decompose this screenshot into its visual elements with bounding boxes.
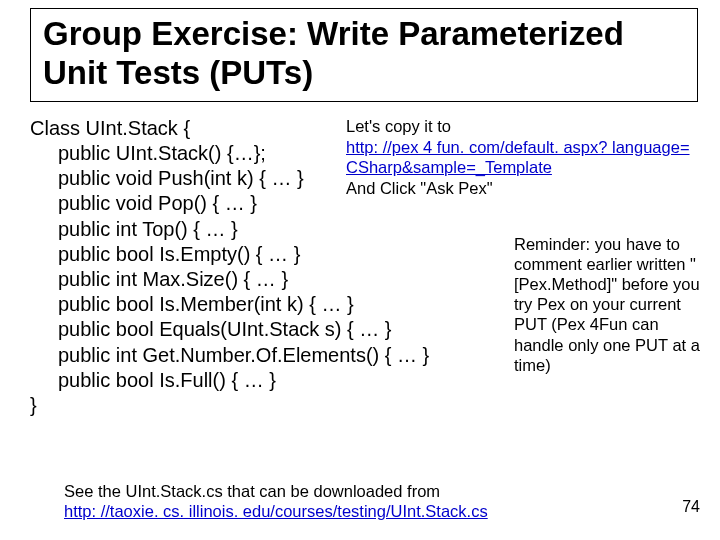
- slide: Group Exercise: Write Parameterized Unit…: [0, 0, 720, 540]
- body-area: Class UInt.Stack { public UInt.Stack() {…: [30, 116, 698, 418]
- reminder-note: Reminder: you have to comment earlier wr…: [514, 234, 710, 375]
- pex-url-link-cont[interactable]: CSharp&sample=_Template: [346, 158, 552, 176]
- code-line: }: [30, 394, 37, 416]
- footer-text: See the UInt.Stack.cs that can be downlo…: [64, 482, 440, 500]
- title-box: Group Exercise: Write Parameterized Unit…: [30, 8, 698, 102]
- pex-url-link[interactable]: http: //pex 4 fun. com/default. aspx? la…: [346, 138, 690, 156]
- instr-text: And Click "Ask Pex": [346, 179, 493, 197]
- slide-title: Group Exercise: Write Parameterized Unit…: [43, 15, 685, 93]
- footer-note: See the UInt.Stack.cs that can be downlo…: [64, 481, 488, 522]
- download-link[interactable]: http: //taoxie. cs. illinois. edu/course…: [64, 502, 488, 520]
- instr-text: Let's copy it to: [346, 117, 451, 135]
- copy-instructions: Let's copy it to http: //pex 4 fun. com/…: [346, 116, 720, 199]
- page-number: 74: [682, 498, 700, 516]
- code-line: Class UInt.Stack {: [30, 117, 190, 139]
